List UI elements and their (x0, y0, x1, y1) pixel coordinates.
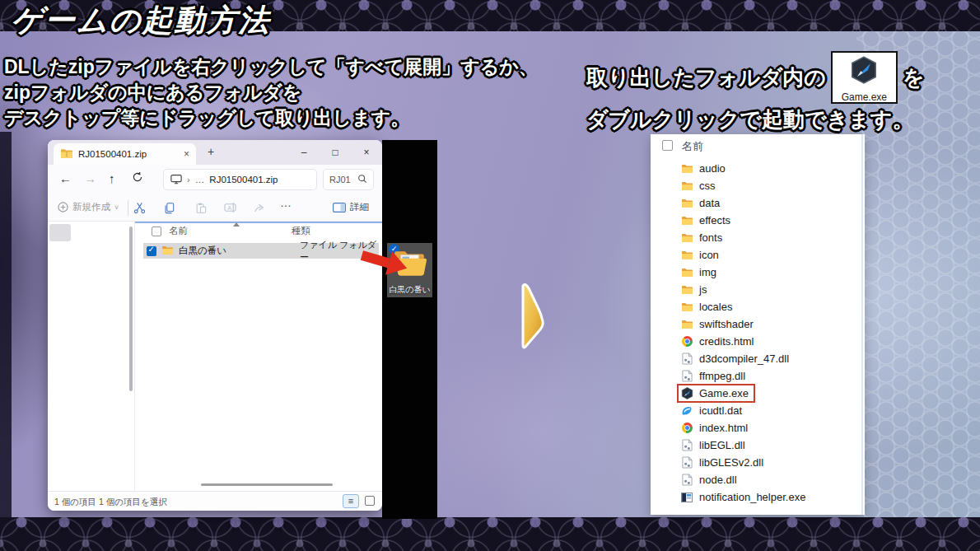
name-column-header[interactable]: 名前 (169, 225, 188, 237)
thumbnail-view-button[interactable] (365, 496, 375, 506)
navigation-pane-scrollbar[interactable] (129, 226, 133, 391)
selected-count: 1 個の項目を選択 (99, 497, 167, 508)
file-row[interactable]: libGLESv2.dll (651, 454, 865, 471)
file-name: libEGL.dll (699, 439, 745, 451)
explorer-body: 名前 種類 白黒の番い ファイル フォルダー (48, 222, 382, 491)
game-exe-icon (850, 55, 878, 91)
file-row[interactable]: node.dll (651, 471, 865, 488)
file-row[interactable]: notification_helper.exe (651, 488, 865, 506)
file-row[interactable]: fonts (651, 229, 865, 246)
selected-folder-row[interactable]: 白黒の番い ファイル フォルダー (143, 243, 379, 259)
file-row[interactable]: js (651, 281, 865, 298)
maximize-button[interactable]: □ (320, 140, 351, 165)
file-entry: d3dcompiler_47.dll (680, 353, 789, 365)
right-instruction-line1: 取り出したフォルダ内の Game.exe を (586, 51, 924, 104)
paste-icon (195, 202, 207, 216)
file-entry: img (680, 266, 716, 278)
close-button[interactable]: × (351, 140, 382, 165)
file-entry: icon (680, 249, 719, 261)
file-row[interactable]: ffmpeg.dll (651, 367, 865, 385)
breadcrumb-path[interactable]: RJ01500401.zip (209, 175, 278, 184)
horizontal-scrollbar[interactable] (201, 483, 333, 486)
game-exe-caption: Game.exe (842, 91, 887, 103)
breadcrumb-chevron-icon: › (187, 175, 190, 184)
tab-close-icon[interactable]: × (184, 148, 189, 160)
navigation-pane-selected-item[interactable] (49, 224, 71, 241)
file-name: libGLESv2.dll (699, 456, 763, 469)
explorer-window: RJ01500401.zip × + – □ × ← → ↑ › … RJ015… (48, 140, 382, 511)
tab-title: RJ01500401.zip (78, 149, 179, 159)
explorer-tab[interactable]: RJ01500401.zip × (54, 143, 196, 165)
file-entry: css (680, 180, 716, 192)
red-arrow-icon (359, 244, 410, 282)
address-bar[interactable]: › … RJ01500401.zip (163, 169, 317, 190)
file-name: data (699, 197, 720, 209)
details-view-button[interactable]: 詳細 (333, 201, 369, 213)
file-name: effects (699, 214, 730, 226)
file-name: icon (699, 249, 719, 261)
file-name: fonts (699, 231, 722, 244)
checked-checkbox-icon[interactable] (147, 246, 156, 256)
panel-name-column-header[interactable]: 名前 (682, 139, 703, 154)
copy-icon[interactable] (163, 202, 175, 216)
file-name: d3dcompiler_47.dll (699, 353, 789, 365)
file-entry: ffmpeg.dll (680, 370, 745, 382)
file-entry: notification_helper.exe (680, 491, 805, 503)
file-entry: swiftshader (680, 318, 754, 330)
file-row[interactable]: effects (651, 212, 865, 229)
search-icon (357, 174, 367, 185)
new-tab-button[interactable]: + (208, 145, 214, 158)
file-name: icudtl.dat (699, 404, 742, 417)
type-column-header[interactable]: 種類 (292, 225, 310, 237)
file-name: js (699, 283, 707, 296)
left-instruction-line2: zipフォルダの中にあるフォルダを (4, 80, 538, 105)
refresh-icon[interactable] (132, 171, 143, 185)
file-name: Game.exe (699, 387, 749, 399)
search-box[interactable]: RJ01 (323, 169, 374, 190)
more-options-icon[interactable]: … (280, 196, 292, 209)
search-value: RJ01 (329, 175, 351, 184)
desktop-area: ✓ 白黒の番い (382, 140, 437, 519)
file-row[interactable]: swiftshader (651, 315, 865, 333)
left-instruction-line3: デスクトップ等にドラッグして取り出します。 (4, 105, 538, 131)
breadcrumb-ellipsis[interactable]: … (195, 175, 205, 184)
file-row[interactable]: Game.exe (651, 385, 865, 402)
game-icon (680, 387, 693, 399)
left-instruction-line1: DLしたzipファイルを右クリックして「すべて展開」するか、 (4, 54, 538, 80)
file-row[interactable]: libEGL.dll (651, 437, 865, 454)
file-entry: js (680, 283, 707, 296)
file-entry: index.html (680, 422, 748, 434)
file-name: index.html (699, 422, 748, 434)
dat-icon (680, 405, 693, 417)
select-all-checkbox[interactable] (152, 226, 161, 236)
explorer-tab-bar: RJ01500401.zip × + – □ × (48, 140, 382, 165)
list-view-button[interactable]: ≡ (343, 494, 359, 508)
cut-icon[interactable] (133, 202, 146, 216)
row-folder-name: 白黒の番い (179, 245, 226, 257)
new-item-button[interactable]: 新規作成 ˅ (58, 201, 119, 213)
right-instruction-line2: ダブルクリックで起動できます。 (586, 105, 913, 134)
file-row[interactable]: img (651, 264, 865, 281)
file-row[interactable]: index.html (651, 419, 865, 437)
back-icon[interactable]: ← (59, 171, 72, 185)
folder-icon (680, 302, 693, 312)
panel-select-all-checkbox[interactable] (662, 140, 673, 151)
folder-icon (161, 245, 174, 257)
dll-icon (680, 474, 693, 486)
chrome-icon (680, 423, 693, 433)
file-row[interactable]: credits.html (651, 333, 865, 350)
sort-ascending-icon (233, 222, 240, 226)
list-top-accent (135, 222, 382, 223)
file-row[interactable]: css (651, 177, 865, 194)
file-row[interactable]: data (651, 194, 865, 212)
file-row[interactable]: d3dcompiler_47.dll (651, 350, 865, 367)
file-row[interactable]: icudtl.dat (651, 402, 865, 419)
minimize-button[interactable]: – (288, 140, 320, 165)
file-row[interactable]: audio (651, 160, 865, 177)
navigation-pane[interactable] (48, 222, 135, 491)
file-row[interactable]: locales (651, 298, 865, 315)
share-icon (254, 202, 266, 215)
up-icon[interactable]: ↑ (109, 171, 115, 185)
file-row[interactable]: icon (651, 246, 865, 264)
folder-icon (680, 216, 693, 226)
